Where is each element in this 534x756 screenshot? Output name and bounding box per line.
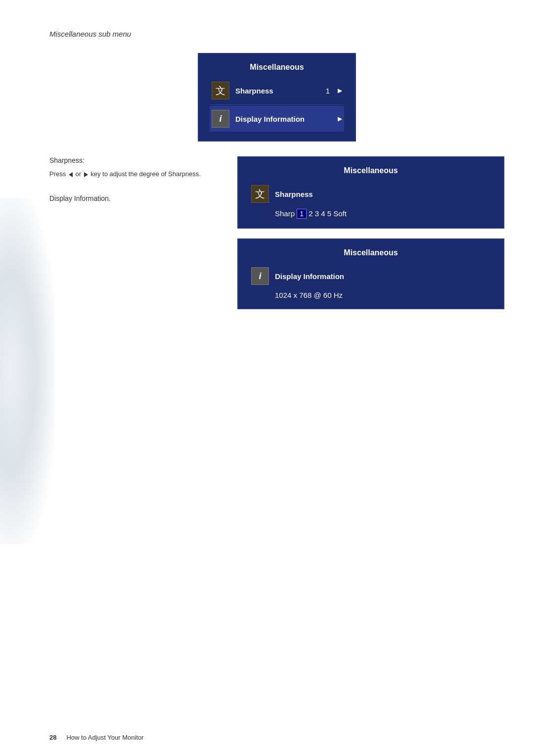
- background-decoration-2: [0, 198, 54, 544]
- sharpness-detail-chinese-icon: 文: [255, 188, 265, 201]
- sharpness-detail-icon-box: 文: [251, 185, 269, 203]
- displayinfo-section-label: Display Information.: [49, 194, 218, 202]
- sharpness-value: 1: [326, 87, 330, 95]
- right-column: Miscellaneous 文 Sharpness Sharp 1 2 3 4 …: [237, 156, 504, 309]
- right-arrow-icon: [84, 172, 88, 177]
- scale-2: 2: [309, 209, 315, 218]
- scale-3: 3: [315, 209, 321, 218]
- page-footer: 28 How to Adjust Your Monitor: [49, 734, 504, 741]
- left-column: Sharpness: Press or key to adjust the de…: [49, 156, 218, 207]
- info-icon: i: [219, 114, 222, 124]
- scale-4: 4: [321, 209, 327, 218]
- main-layout: Sharpness: Press or key to adjust the de…: [49, 156, 504, 309]
- displayinfo-osd-title: Miscellaneous: [249, 248, 492, 257]
- osd-divider: [210, 104, 344, 105]
- sharpness-description: Press or key to adjust the degree of Sha…: [49, 169, 218, 180]
- sharpness-detail-label: Sharpness: [275, 190, 490, 198]
- page-number: 28: [49, 734, 56, 741]
- scale-5: 5: [327, 209, 334, 218]
- displayinfo-label: Display Information: [235, 115, 332, 123]
- displayinfo-detail-label: Display Information: [275, 272, 490, 281]
- top-osd-panel: Miscellaneous 文 Sharpness 1 ▶ i Display …: [198, 53, 356, 142]
- top-osd-displayinfo-row: i Display Information ▶: [210, 106, 344, 132]
- or-text: or: [75, 170, 83, 178]
- top-osd-sharpness-row: 文 Sharpness 1 ▶: [210, 78, 344, 103]
- sharpness-chinese-icon: 文: [216, 84, 225, 97]
- resolution-value: 1024 x 768 @ 60 Hz: [275, 291, 343, 299]
- sharpness-arrow-icon: ▶: [338, 88, 342, 94]
- resolution-text: 1024 x 768 @ 60 Hz: [249, 289, 492, 299]
- sharpness-selected-value: 1: [297, 209, 307, 219]
- left-arrow-icon: [69, 172, 73, 177]
- sharpness-osd-title: Miscellaneous: [249, 166, 492, 175]
- displayinfo-arrow-icon: ▶: [338, 116, 342, 122]
- sharp-label: Sharp: [275, 209, 297, 218]
- page-content: Miscellaneous sub menu Miscellaneous 文 S…: [49, 30, 504, 726]
- sharpness-label: Sharpness: [235, 87, 320, 95]
- displayinfo-detail-info-icon: i: [259, 271, 261, 282]
- sharpness-icon-box: 文: [212, 82, 229, 99]
- sharpness-detail-row: 文 Sharpness: [249, 181, 492, 207]
- sharpness-section-label: Sharpness:: [49, 156, 218, 164]
- displayinfo-detail-icon-box: i: [251, 267, 269, 285]
- sharpness-detail-osd: Miscellaneous 文 Sharpness Sharp 1 2 3 4 …: [237, 156, 504, 229]
- displayinfo-icon-box: i: [212, 110, 229, 128]
- section-title: Miscellaneous sub menu: [49, 30, 504, 38]
- sharpness-scale: Sharp 1 2 3 4 5 Soft: [249, 207, 492, 219]
- displayinfo-detail-row: i Display Information: [249, 263, 492, 289]
- soft-label: Soft: [333, 209, 347, 218]
- displayinfo-detail-osd: Miscellaneous i Display Information 1024…: [237, 238, 504, 309]
- top-osd-container: Miscellaneous 文 Sharpness 1 ▶ i Display …: [49, 53, 504, 142]
- footer-text: How to Adjust Your Monitor: [66, 734, 143, 741]
- press-text: Press: [49, 170, 68, 178]
- sharpness-desc-end: key to adjust the degree of Sharpness.: [90, 170, 201, 178]
- top-osd-title: Miscellaneous: [210, 63, 344, 72]
